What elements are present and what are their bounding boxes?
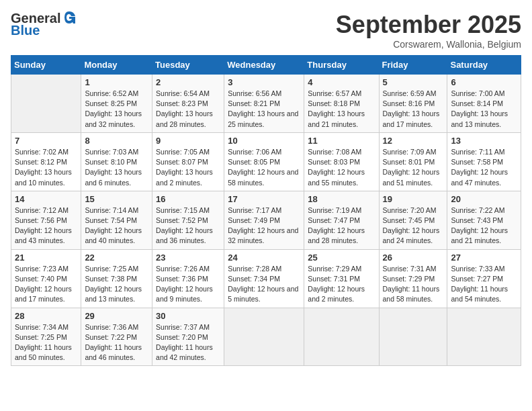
cell-info: Sunrise: 7:17 AMSunset: 7:49 PMDaylight:… xyxy=(228,205,300,246)
calendar-cell: 26Sunrise: 7:31 AMSunset: 7:29 PMDayligh… xyxy=(379,249,447,308)
calendar-cell: 3Sunrise: 6:56 AMSunset: 8:21 PMDaylight… xyxy=(224,75,304,133)
cell-info: Sunrise: 7:31 AMSunset: 7:29 PMDaylight:… xyxy=(383,264,444,305)
week-row-1: 1Sunrise: 6:52 AMSunset: 8:25 PMDaylight… xyxy=(11,75,521,133)
cell-info: Sunrise: 6:52 AMSunset: 8:25 PMDaylight:… xyxy=(85,89,148,130)
cell-info: Sunrise: 7:05 AMSunset: 8:07 PMDaylight:… xyxy=(156,147,220,188)
day-number: 5 xyxy=(383,77,444,87)
cell-info: Sunrise: 7:11 AMSunset: 7:58 PMDaylight:… xyxy=(451,147,517,188)
cell-info: Sunrise: 7:22 AMSunset: 7:43 PMDaylight:… xyxy=(451,205,517,246)
cell-info: Sunrise: 7:09 AMSunset: 8:01 PMDaylight:… xyxy=(383,147,444,188)
day-number: 30 xyxy=(156,311,220,321)
calendar-cell: 29Sunrise: 7:36 AMSunset: 7:22 PMDayligh… xyxy=(81,308,152,366)
day-number: 23 xyxy=(156,253,220,263)
calendar-cell: 28Sunrise: 7:34 AMSunset: 7:25 PMDayligh… xyxy=(11,308,81,366)
cell-info: Sunrise: 7:00 AMSunset: 8:14 PMDaylight:… xyxy=(451,89,517,130)
calendar-cell: 19Sunrise: 7:20 AMSunset: 7:45 PMDayligh… xyxy=(379,191,447,249)
calendar-cell xyxy=(224,308,304,366)
cell-info: Sunrise: 7:15 AMSunset: 7:52 PMDaylight:… xyxy=(156,205,220,246)
day-number: 7 xyxy=(15,136,77,146)
col-header-friday: Friday xyxy=(379,56,447,75)
calendar-cell: 20Sunrise: 7:22 AMSunset: 7:43 PMDayligh… xyxy=(447,191,521,249)
col-header-tuesday: Tuesday xyxy=(152,56,224,75)
day-number: 11 xyxy=(308,136,375,146)
cell-info: Sunrise: 7:08 AMSunset: 8:03 PMDaylight:… xyxy=(308,147,375,188)
calendar-cell xyxy=(11,75,81,133)
calendar-cell: 18Sunrise: 7:19 AMSunset: 7:47 PMDayligh… xyxy=(304,191,379,249)
calendar-cell: 10Sunrise: 7:06 AMSunset: 8:05 PMDayligh… xyxy=(224,132,304,191)
day-number: 17 xyxy=(228,194,300,204)
col-header-monday: Monday xyxy=(81,56,152,75)
day-number: 27 xyxy=(451,253,517,263)
page-header: General Blue September 2025 Corswarem, W… xyxy=(11,11,521,50)
calendar-cell: 13Sunrise: 7:11 AMSunset: 7:58 PMDayligh… xyxy=(447,132,521,191)
calendar-cell: 5Sunrise: 6:59 AMSunset: 8:16 PMDaylight… xyxy=(379,75,447,133)
day-number: 1 xyxy=(85,77,148,87)
calendar-cell: 24Sunrise: 7:28 AMSunset: 7:34 PMDayligh… xyxy=(224,249,304,308)
logo-icon xyxy=(62,10,77,25)
calendar-cell: 1Sunrise: 6:52 AMSunset: 8:25 PMDaylight… xyxy=(81,75,152,133)
day-number: 21 xyxy=(15,253,77,263)
cell-info: Sunrise: 7:03 AMSunset: 8:10 PMDaylight:… xyxy=(85,147,148,188)
cell-info: Sunrise: 6:56 AMSunset: 8:21 PMDaylight:… xyxy=(228,89,300,130)
title-block: September 2025 Corswarem, Wallonia, Belg… xyxy=(336,11,521,50)
calendar-cell: 22Sunrise: 7:25 AMSunset: 7:38 PMDayligh… xyxy=(81,249,152,308)
calendar-cell: 17Sunrise: 7:17 AMSunset: 7:49 PMDayligh… xyxy=(224,191,304,249)
col-header-saturday: Saturday xyxy=(447,56,521,75)
cell-info: Sunrise: 6:54 AMSunset: 8:23 PMDaylight:… xyxy=(156,89,220,130)
day-number: 6 xyxy=(451,77,517,87)
col-header-sunday: Sunday xyxy=(11,56,81,75)
header-row: SundayMondayTuesdayWednesdayThursdayFrid… xyxy=(11,56,521,75)
cell-info: Sunrise: 7:14 AMSunset: 7:54 PMDaylight:… xyxy=(85,205,148,246)
day-number: 10 xyxy=(228,136,300,146)
calendar-table: SundayMondayTuesdayWednesdayThursdayFrid… xyxy=(11,55,521,366)
cell-info: Sunrise: 7:37 AMSunset: 7:20 PMDaylight:… xyxy=(156,322,220,363)
calendar-cell: 16Sunrise: 7:15 AMSunset: 7:52 PMDayligh… xyxy=(152,191,224,249)
day-number: 22 xyxy=(85,253,148,263)
col-header-thursday: Thursday xyxy=(304,56,379,75)
calendar-cell: 8Sunrise: 7:03 AMSunset: 8:10 PMDaylight… xyxy=(81,132,152,191)
week-row-3: 14Sunrise: 7:12 AMSunset: 7:56 PMDayligh… xyxy=(11,191,521,249)
cell-info: Sunrise: 7:06 AMSunset: 8:05 PMDaylight:… xyxy=(228,147,300,188)
calendar-cell: 12Sunrise: 7:09 AMSunset: 8:01 PMDayligh… xyxy=(379,132,447,191)
logo-blue-text: Blue xyxy=(11,23,40,38)
calendar-cell: 25Sunrise: 7:29 AMSunset: 7:31 PMDayligh… xyxy=(304,249,379,308)
day-number: 12 xyxy=(383,136,444,146)
calendar-cell: 30Sunrise: 7:37 AMSunset: 7:20 PMDayligh… xyxy=(152,308,224,366)
day-number: 20 xyxy=(451,194,517,204)
day-number: 28 xyxy=(15,311,77,321)
week-row-2: 7Sunrise: 7:02 AMSunset: 8:12 PMDaylight… xyxy=(11,132,521,191)
calendar-cell: 4Sunrise: 6:57 AMSunset: 8:18 PMDaylight… xyxy=(304,75,379,133)
calendar-cell xyxy=(379,308,447,366)
day-number: 29 xyxy=(85,311,148,321)
day-number: 19 xyxy=(383,194,444,204)
cell-info: Sunrise: 7:12 AMSunset: 7:56 PMDaylight:… xyxy=(15,205,77,246)
cell-info: Sunrise: 7:02 AMSunset: 8:12 PMDaylight:… xyxy=(15,147,77,188)
calendar-cell: 6Sunrise: 7:00 AMSunset: 8:14 PMDaylight… xyxy=(447,75,521,133)
logo: General Blue xyxy=(11,11,77,38)
calendar-cell: 27Sunrise: 7:33 AMSunset: 7:27 PMDayligh… xyxy=(447,249,521,308)
day-number: 24 xyxy=(228,253,300,263)
cell-info: Sunrise: 7:26 AMSunset: 7:36 PMDaylight:… xyxy=(156,264,220,305)
day-number: 25 xyxy=(308,253,375,263)
calendar-cell: 15Sunrise: 7:14 AMSunset: 7:54 PMDayligh… xyxy=(81,191,152,249)
week-row-5: 28Sunrise: 7:34 AMSunset: 7:25 PMDayligh… xyxy=(11,308,521,366)
cell-info: Sunrise: 7:25 AMSunset: 7:38 PMDaylight:… xyxy=(85,264,148,305)
day-number: 18 xyxy=(308,194,375,204)
week-row-4: 21Sunrise: 7:23 AMSunset: 7:40 PMDayligh… xyxy=(11,249,521,308)
day-number: 14 xyxy=(15,194,77,204)
calendar-cell: 21Sunrise: 7:23 AMSunset: 7:40 PMDayligh… xyxy=(11,249,81,308)
cell-info: Sunrise: 6:57 AMSunset: 8:18 PMDaylight:… xyxy=(308,89,375,130)
calendar-cell: 23Sunrise: 7:26 AMSunset: 7:36 PMDayligh… xyxy=(152,249,224,308)
cell-info: Sunrise: 7:28 AMSunset: 7:34 PMDaylight:… xyxy=(228,264,300,305)
calendar-cell xyxy=(447,308,521,366)
calendar-cell: 14Sunrise: 7:12 AMSunset: 7:56 PMDayligh… xyxy=(11,191,81,249)
day-number: 26 xyxy=(383,253,444,263)
cell-info: Sunrise: 7:36 AMSunset: 7:22 PMDaylight:… xyxy=(85,322,148,363)
calendar-cell: 9Sunrise: 7:05 AMSunset: 8:07 PMDaylight… xyxy=(152,132,224,191)
cell-info: Sunrise: 7:23 AMSunset: 7:40 PMDaylight:… xyxy=(15,264,77,305)
month-title: September 2025 xyxy=(336,11,521,39)
calendar-cell: 2Sunrise: 6:54 AMSunset: 8:23 PMDaylight… xyxy=(152,75,224,133)
calendar-cell: 7Sunrise: 7:02 AMSunset: 8:12 PMDaylight… xyxy=(11,132,81,191)
day-number: 3 xyxy=(228,77,300,87)
day-number: 13 xyxy=(451,136,517,146)
